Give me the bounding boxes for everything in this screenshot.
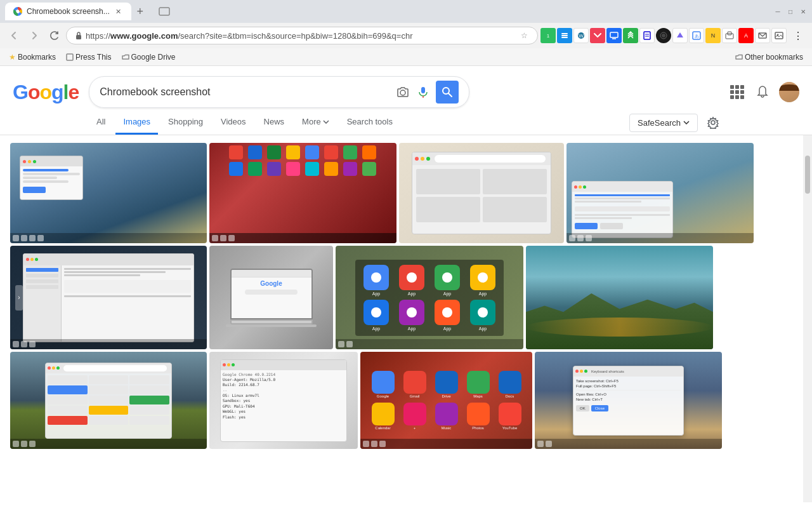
avatar[interactable]	[779, 82, 799, 102]
google-page: Google Chromebook screenshot	[0, 66, 812, 502]
lock-icon	[74, 31, 83, 40]
image-row-2: › Google	[10, 246, 802, 349]
google-logo: Google	[13, 81, 79, 104]
svg-rect-13	[644, 32, 650, 39]
apps-dot	[735, 85, 739, 89]
bookmarks-text: Bookmarks	[18, 53, 56, 62]
forward-button[interactable]	[25, 27, 43, 44]
image-thumb-10[interactable]: Google Chrome 40.0.2214 User-Agent: Mozi…	[209, 352, 358, 449]
back-button[interactable]	[5, 27, 23, 44]
voice-search-icon[interactable]	[416, 84, 431, 100]
image-thumb-9[interactable]	[10, 352, 207, 449]
feedly-icon	[626, 31, 635, 40]
responsive-icon	[725, 31, 734, 40]
apps-dot	[730, 95, 734, 99]
ext-wappalyzer[interactable]	[672, 28, 688, 43]
active-tab[interactable]: Chromebook screensh... ✕	[5, 3, 131, 20]
new-tab-button[interactable]: +	[131, 3, 149, 20]
search-nav-tabs: All Images Shopping Videos News More Sea…	[0, 110, 812, 135]
svg-text:A: A	[744, 32, 748, 39]
scrollbar[interactable]	[803, 135, 812, 502]
tab-more[interactable]: More	[294, 110, 337, 135]
tab-search-tools[interactable]: Search tools	[339, 110, 400, 135]
camera-search-icon[interactable]	[395, 84, 410, 100]
bookmarks-label: ★ Bookmarks	[5, 51, 60, 63]
ext-rdm[interactable]	[722, 28, 737, 43]
image-thumb-1[interactable]	[10, 143, 207, 243]
svg-rect-6	[561, 33, 568, 34]
close-window-button[interactable]: ✕	[799, 8, 807, 15]
chrome-menu-button[interactable]: ⋮	[789, 27, 807, 44]
apps-dot	[740, 85, 744, 89]
ext-feedly[interactable]	[623, 28, 638, 43]
ext-evernote-badge[interactable]: 1	[540, 28, 556, 43]
bookmark-star-icon[interactable]: ☆	[518, 30, 530, 41]
apps-dot	[730, 85, 734, 89]
scrollbar-thumb[interactable]	[805, 156, 810, 194]
tab-videos[interactable]: Videos	[213, 110, 254, 135]
search-button[interactable]	[436, 81, 459, 104]
browser-window: Chromebook screensh... ✕ + ─ □ ✕ https:/…	[0, 0, 812, 502]
ext-rdp[interactable]	[606, 28, 622, 43]
image-thumb-5[interactable]: ›	[10, 246, 207, 349]
svg-rect-11	[610, 32, 618, 37]
image-thumb-6[interactable]: Google	[209, 246, 333, 349]
reload-button[interactable]	[46, 27, 63, 44]
logo-e: e	[68, 81, 79, 104]
image-thumb-7[interactable]: App App App App App App App App	[336, 246, 523, 349]
logo-g2: g	[51, 81, 63, 104]
ext-ext3[interactable]: W	[573, 28, 589, 43]
norton-icon: N	[709, 31, 717, 40]
google-input-icon: あ	[692, 31, 701, 40]
ext-norton[interactable]: N	[705, 28, 721, 43]
image-thumb-12[interactable]: Keyboard shortcuts Take screenshot: Ctrl…	[535, 352, 722, 449]
settings-button[interactable]	[703, 112, 723, 133]
more-dropdown-icon	[323, 120, 329, 124]
tab-close-button[interactable]: ✕	[114, 6, 124, 17]
url-domain: www.google.com	[110, 31, 178, 41]
ext-googleinput[interactable]: あ	[689, 28, 704, 43]
search-input-wrapper[interactable]: Chromebook screenshot	[89, 76, 469, 108]
image-thumb-4[interactable]	[566, 143, 754, 243]
minimize-button[interactable]: ─	[774, 8, 782, 15]
ext-pocket[interactable]	[590, 28, 605, 43]
apps-dot	[735, 90, 739, 94]
image-row-1	[10, 143, 802, 243]
svg-text:1: 1	[547, 33, 550, 39]
ext-buffer[interactable]	[557, 28, 572, 43]
ext-extra[interactable]	[771, 28, 787, 43]
ext-notepad[interactable]	[639, 28, 655, 43]
image-thumb-8[interactable]	[526, 246, 713, 349]
window-controls: ─ □ ✕	[774, 8, 807, 15]
bookmark-press-this[interactable]: Press This	[62, 51, 115, 63]
svg-rect-3	[76, 35, 81, 39]
svg-text:W: W	[579, 33, 584, 39]
bookmark-google-drive[interactable]: Google Drive	[118, 51, 180, 63]
tab-all[interactable]: All	[89, 110, 113, 135]
tab-shopping[interactable]: Shopping	[160, 110, 211, 135]
safesearch-button[interactable]: SafeSearch	[629, 114, 698, 132]
image-thumb-11[interactable]: Google Gmail Drive Maps Docs Calendar + …	[360, 352, 532, 449]
tab-bar: Chromebook screensh... ✕ + ─ □ ✕	[0, 0, 812, 23]
search-icons	[395, 84, 431, 100]
image-thumb-2[interactable]	[209, 143, 396, 243]
address-bar[interactable]: https://www.google.com/search?site=&tbm=…	[66, 27, 538, 44]
maximize-button[interactable]: □	[787, 8, 794, 15]
image-thumb-3[interactable]	[399, 143, 564, 243]
ext-adobe[interactable]: A	[738, 28, 754, 43]
google-apps-icon[interactable]	[728, 83, 746, 101]
notifications-icon[interactable]	[754, 83, 771, 101]
tab-news[interactable]: News	[256, 110, 292, 135]
svg-rect-31	[421, 87, 425, 93]
apps-dot	[735, 95, 739, 99]
logo-o2: o	[39, 81, 51, 104]
ext-mail[interactable]	[755, 28, 770, 43]
bookmark-press-this-label: Press This	[75, 53, 111, 62]
other-bookmarks[interactable]: Other bookmarks	[731, 51, 807, 63]
url-prefix: https://	[86, 31, 110, 41]
folder-other-icon	[735, 53, 743, 61]
page-icon	[66, 53, 74, 61]
image-row-3: Google Chrome 40.0.2214 User-Agent: Mozi…	[10, 352, 802, 449]
ext-dark[interactable]	[656, 28, 671, 43]
tab-images[interactable]: Images	[115, 110, 158, 135]
